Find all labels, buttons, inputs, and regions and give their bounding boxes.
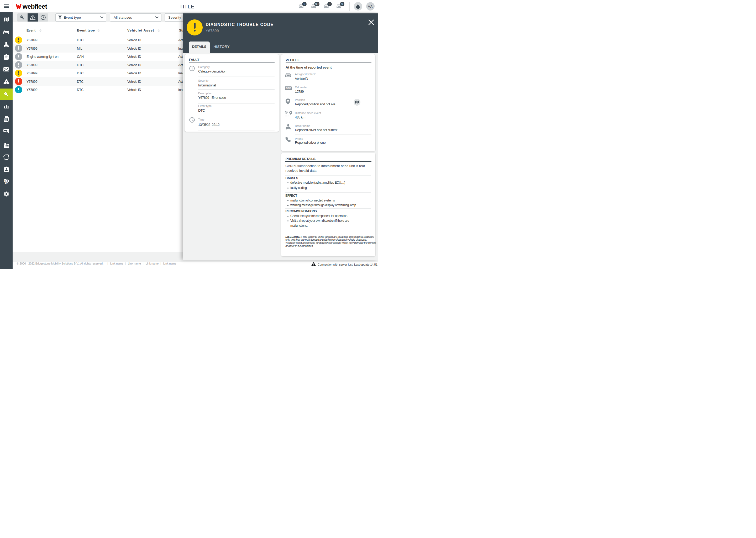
svg-text:PDF: PDF xyxy=(4,119,8,121)
svg-text:€: € xyxy=(5,181,7,184)
svg-text:0: 0 xyxy=(288,87,289,89)
svg-text:0: 0 xyxy=(286,87,287,89)
svg-text:0: 0 xyxy=(290,87,291,89)
